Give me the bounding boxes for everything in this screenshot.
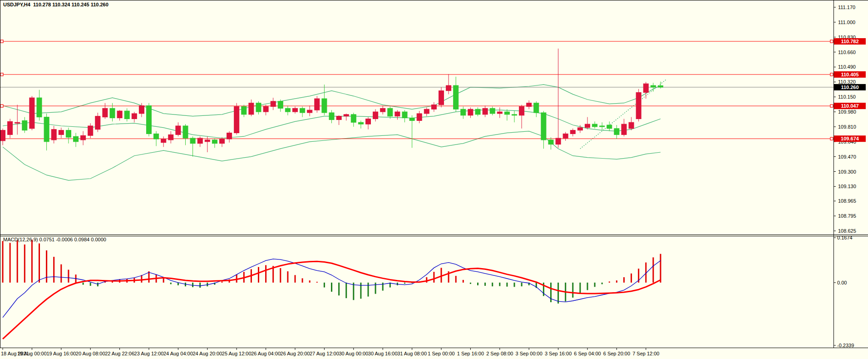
candle-body bbox=[22, 120, 27, 130]
candle-body bbox=[541, 113, 546, 140]
time-axis-label: 6 Sep 20:00 bbox=[603, 351, 630, 356]
candle-body bbox=[0, 130, 5, 141]
time-axis-label: 19 Aug 00:00 bbox=[17, 351, 47, 356]
candle-body bbox=[629, 122, 634, 129]
candle-body bbox=[351, 115, 356, 122]
candle-body bbox=[81, 135, 86, 140]
candle-body bbox=[454, 85, 459, 109]
candle-body bbox=[59, 130, 64, 135]
price-axis-label: 110.320 bbox=[838, 79, 856, 85]
candle bbox=[30, 96, 35, 130]
candle-body bbox=[285, 108, 290, 112]
chart-background bbox=[0, 0, 868, 359]
candle bbox=[315, 96, 320, 113]
time-axis-label: 7 Sep 12:00 bbox=[632, 351, 659, 356]
chart-svg[interactable]: 111.170111.000110.830110.660110.490110.3… bbox=[0, 0, 868, 359]
candle-body bbox=[636, 93, 641, 119]
price-axis-label: 109.470 bbox=[838, 154, 856, 160]
candle-body bbox=[227, 133, 232, 139]
candle-body bbox=[263, 106, 268, 112]
candle-body bbox=[497, 112, 502, 114]
price-axis-label: 110.490 bbox=[838, 64, 856, 70]
price-axis-label: 108.965 bbox=[838, 198, 856, 204]
candle-body bbox=[658, 85, 663, 87]
candle-body bbox=[183, 126, 188, 138]
time-axis-label: 1 Sep 00:00 bbox=[428, 351, 454, 356]
time-axis-label: 3 Sep 00:00 bbox=[516, 351, 542, 356]
price-level-badge: 109.674 bbox=[834, 135, 866, 142]
candle-body bbox=[132, 114, 137, 119]
candle-body bbox=[190, 138, 195, 144]
candle-body bbox=[344, 115, 349, 116]
candle-body bbox=[271, 101, 276, 107]
candle-body bbox=[439, 91, 444, 105]
candle-body bbox=[30, 98, 35, 129]
candle-body bbox=[103, 108, 108, 117]
candle-body bbox=[424, 109, 429, 114]
candle-body bbox=[366, 119, 371, 125]
candle-body bbox=[66, 130, 71, 137]
candle-body bbox=[249, 103, 254, 115]
line-handle[interactable] bbox=[0, 105, 3, 107]
time-axis-label: 30 Aug 16:00 bbox=[368, 351, 398, 356]
time-axis-label: 23 Aug 12:00 bbox=[134, 351, 164, 356]
candle-body bbox=[139, 106, 144, 114]
candle-body bbox=[490, 108, 495, 114]
candle-body bbox=[570, 130, 575, 134]
line-handle[interactable] bbox=[0, 40, 3, 43]
time-axis-label: 27 Aug 12:00 bbox=[310, 351, 339, 356]
candle-body bbox=[147, 106, 152, 134]
price-level-badge: 110.782 bbox=[834, 38, 866, 45]
candle-body bbox=[168, 135, 173, 140]
candle-body bbox=[651, 85, 656, 87]
candle-body bbox=[461, 109, 466, 115]
candle-body bbox=[15, 122, 20, 123]
candle-body bbox=[154, 134, 159, 139]
price-axis-label: 109.980 bbox=[838, 109, 856, 115]
badge-label: 109.674 bbox=[841, 136, 859, 141]
candle-body bbox=[446, 85, 451, 91]
line-handle[interactable] bbox=[0, 73, 3, 76]
time-axis-label: 24 Aug 04:00 bbox=[163, 351, 193, 356]
candle-body bbox=[242, 106, 247, 114]
price-level-badge: 110.047 bbox=[834, 103, 866, 109]
candle-body bbox=[176, 126, 181, 135]
price-axis-label: 110.150 bbox=[838, 94, 856, 100]
candle-body bbox=[161, 139, 166, 143]
candle-body bbox=[643, 84, 648, 92]
current-price-badge: 110.260 bbox=[834, 84, 866, 90]
candle-body bbox=[373, 112, 378, 119]
trading-chart-window: 111.170111.000110.830110.660110.490110.3… bbox=[0, 0, 868, 359]
time-axis-label: 6 Sep 04:00 bbox=[574, 351, 601, 356]
candle-body bbox=[388, 108, 393, 116]
candle-body bbox=[512, 115, 517, 115]
candle-body bbox=[205, 140, 210, 142]
candle-body bbox=[37, 98, 42, 117]
candle-body bbox=[621, 124, 626, 135]
candle-body bbox=[293, 108, 298, 112]
time-axis-label: 2 Sep 08:00 bbox=[486, 351, 513, 356]
badge-label: 110.405 bbox=[841, 72, 858, 77]
candle-body bbox=[44, 117, 49, 142]
line-handle[interactable] bbox=[830, 73, 833, 76]
price-axis-label: 109.130 bbox=[838, 184, 856, 189]
time-axis-label: 25 Aug 12:00 bbox=[222, 351, 252, 356]
candle-body bbox=[117, 111, 122, 118]
line-handle[interactable] bbox=[830, 40, 833, 43]
line-handle[interactable] bbox=[830, 105, 833, 107]
candle-body bbox=[577, 128, 582, 130]
candle-body bbox=[358, 122, 363, 124]
candle-body bbox=[563, 134, 568, 138]
line-handle[interactable] bbox=[830, 137, 833, 140]
time-axis-label: 3 Sep 16:00 bbox=[545, 351, 572, 356]
candle-body bbox=[556, 138, 561, 145]
candle-body bbox=[256, 103, 261, 112]
badge-label: 110.260 bbox=[841, 85, 858, 90]
candle-body bbox=[409, 118, 414, 121]
candle-body bbox=[600, 126, 605, 127]
time-axis-label: 26 Aug 04:00 bbox=[251, 351, 281, 356]
candle-body bbox=[315, 99, 320, 110]
candle-body bbox=[336, 116, 341, 120]
candle-body bbox=[402, 112, 407, 118]
macd-axis-label: 0.1674 bbox=[837, 235, 853, 240]
